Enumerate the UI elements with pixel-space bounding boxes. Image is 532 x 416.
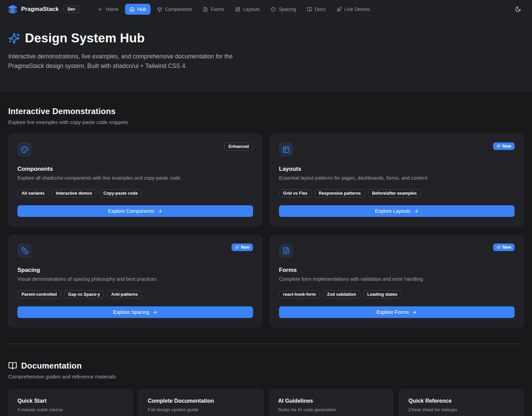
tag: Copy-paste code <box>99 189 142 197</box>
tag-row: react-hook-form Zod validation Loading s… <box>279 290 515 299</box>
explore-layouts-button[interactable]: Explore Layouts <box>279 205 515 217</box>
doc-card-quick-start[interactable]: Quick Start 5-minute crash course <box>8 389 133 416</box>
moon-icon <box>515 6 521 12</box>
card-title: Forms <box>279 267 515 274</box>
tag: All variants <box>17 189 48 197</box>
demos-heading: Interactive Demonstrations <box>8 107 524 116</box>
nav-item-home[interactable]: Home <box>94 4 123 15</box>
tag: Gap vs Space-y <box>64 290 104 299</box>
nav-label: Components <box>165 6 192 12</box>
explore-forms-button[interactable]: Explore Forms <box>279 306 515 318</box>
package-icon <box>157 7 162 12</box>
nav-label: Forms <box>211 6 224 12</box>
main-content: Interactive Demonstrations Explore live … <box>0 91 532 416</box>
env-badge: Dev <box>64 5 79 13</box>
hero-section: Design System Hub Interactive demonstrat… <box>0 19 532 91</box>
doc-card-quick-reference[interactable]: Quick Reference Cheat sheet for lookups <box>399 389 524 416</box>
tag: Responsive patterns <box>315 189 365 197</box>
panels-top-left-icon <box>279 142 293 156</box>
doc-card-complete-documentation[interactable]: Complete Documentation Full design syste… <box>139 389 263 416</box>
badge-label: New <box>502 245 511 250</box>
layers-logo-icon <box>8 5 17 14</box>
theme-toggle-button[interactable] <box>512 3 524 15</box>
nav-item-live-demos[interactable]: Live Demos <box>332 4 374 15</box>
button-label: Explore Spacing <box>113 309 149 315</box>
demo-card-forms: New Forms Complete form implementations … <box>270 235 524 327</box>
nav-label: Docs <box>315 6 326 12</box>
nav-item-layouts[interactable]: Layouts <box>231 4 264 15</box>
tag: react-hook-form <box>279 290 320 299</box>
nav-label: Spacing <box>279 6 296 12</box>
doc-card-title: Quick Start <box>17 398 124 404</box>
documentation-subheading: Comprehensive guides and reference mater… <box>8 374 524 379</box>
sparkles-icon <box>235 245 239 249</box>
button-label: Explore Layouts <box>375 208 410 214</box>
status-badge: Enhanced <box>224 142 253 151</box>
card-description: Explore all shadcn/ui components with li… <box>17 175 253 181</box>
explore-components-button[interactable]: Explore Components <box>17 205 253 217</box>
nav-label: Live Demos <box>345 6 370 12</box>
palette-icon <box>271 7 276 12</box>
card-description: Visual demonstrations of spacing philoso… <box>17 276 253 282</box>
demo-card-layouts: New Layouts Essential layout patterns fo… <box>270 134 524 226</box>
tag: Before/after examples <box>368 189 421 197</box>
nav-label: Hub <box>137 6 146 12</box>
page-description: Interactive demonstrations, live example… <box>8 52 263 71</box>
file-text-icon <box>279 244 293 258</box>
doc-card-title: AI Guidelines <box>278 398 384 404</box>
nav-label: Home <box>106 6 118 12</box>
sparkles-icon <box>8 32 20 44</box>
brand[interactable]: PragmaStack <box>8 5 59 14</box>
brand-name: PragmaStack <box>21 6 59 13</box>
doc-card-title: Complete Documentation <box>148 398 254 404</box>
ruler-icon <box>17 244 31 258</box>
doc-card-ai-guidelines[interactable]: AI Guidelines Rules for AI code generati… <box>269 389 394 416</box>
button-label: Explore Components <box>108 208 154 214</box>
rocket-icon <box>337 7 342 12</box>
nav-item-forms[interactable]: Forms <box>198 4 229 15</box>
doc-card-title: Quick Reference <box>408 398 515 404</box>
sparkles-icon <box>496 144 501 148</box>
page-title: Design System Hub <box>25 31 145 45</box>
doc-card-description: Rules for AI code generation <box>278 407 384 412</box>
doc-card-description: Full design system guide <box>148 407 254 412</box>
tag: Zod validation <box>323 290 360 299</box>
tag: Interactive demos <box>52 189 96 197</box>
tag: Loading states <box>363 290 402 299</box>
nav-item-docs[interactable]: Docs <box>303 4 330 15</box>
tag-row: All variants Interactive demos Copy-past… <box>17 189 253 197</box>
demo-card-components: Enhanced Components Explore all shadcn/u… <box>8 134 262 226</box>
nav-item-hub[interactable]: Hub <box>125 4 151 15</box>
layout-dashboard-icon <box>235 7 240 12</box>
card-description: Essential layout patterns for pages, das… <box>279 175 515 181</box>
demos-subheading: Explore live examples with copy-paste co… <box>8 119 524 125</box>
tag: Parent-controlled <box>17 290 61 299</box>
book-open-icon <box>8 361 17 370</box>
arrow-left-icon <box>98 7 103 12</box>
house-icon <box>129 7 135 12</box>
top-navbar: PragmaStack Dev Home Hub Components Form… <box>0 0 532 19</box>
documentation-heading: Documentation <box>21 361 82 371</box>
palette-icon <box>17 142 31 156</box>
button-label: Explore Forms <box>377 309 409 315</box>
new-badge: New <box>232 244 253 251</box>
badge-label: New <box>241 245 250 250</box>
demo-card-grid: Enhanced Components Explore all shadcn/u… <box>8 134 524 327</box>
doc-card-grid: Quick Start 5-minute crash course Comple… <box>8 389 524 416</box>
nav-item-components[interactable]: Components <box>153 4 196 15</box>
card-description: Complete form implementations with valid… <box>279 276 515 282</box>
doc-card-description: 5-minute crash course <box>17 407 124 412</box>
card-title: Spacing <box>17 267 253 274</box>
arrow-right-icon <box>152 310 157 315</box>
book-open-icon <box>307 7 312 12</box>
nav-label: Layouts <box>243 6 260 12</box>
card-title: Layouts <box>279 166 515 172</box>
sparkles-icon <box>496 245 501 249</box>
badge-label: New <box>502 144 511 149</box>
explore-spacing-button[interactable]: Explore Spacing <box>17 306 253 318</box>
doc-card-description: Cheat sheet for lookups <box>408 407 515 412</box>
demo-card-spacing: New Spacing Visual demonstrations of spa… <box>8 235 262 327</box>
nav-item-spacing[interactable]: Spacing <box>266 4 300 15</box>
arrow-right-icon <box>412 310 417 315</box>
main-nav: Home Hub Components Forms Layouts Spacin… <box>94 4 374 15</box>
